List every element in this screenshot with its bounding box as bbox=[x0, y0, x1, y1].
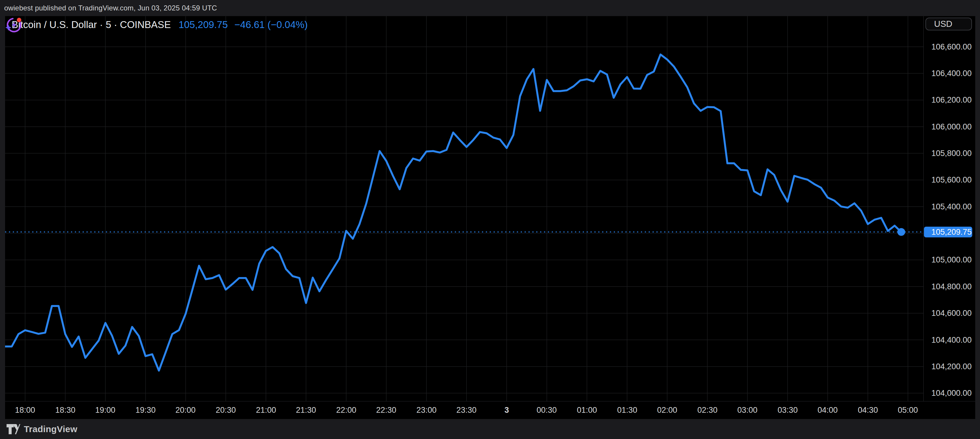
attribution-bar: owiebest published on TradingView.com, J… bbox=[0, 0, 980, 16]
gridlines bbox=[5, 16, 923, 401]
time-tick-label: 23:30 bbox=[456, 406, 477, 415]
price-tick-label: 104,800.00 bbox=[931, 282, 972, 291]
price-tick-label: 104,600.00 bbox=[931, 309, 972, 317]
price-chart-svg bbox=[5, 16, 923, 401]
price-tick-label: 105,400.00 bbox=[931, 202, 972, 211]
time-tick-label: 3 bbox=[504, 406, 509, 415]
time-tick-label: 21:30 bbox=[296, 406, 316, 415]
spark-boost-icon[interactable] bbox=[5, 16, 22, 33]
tradingview-logo-icon[interactable] bbox=[6, 424, 20, 434]
notification-dot bbox=[17, 18, 21, 22]
price-tick-label: 105,800.00 bbox=[931, 149, 972, 157]
time-tick-label: 04:00 bbox=[818, 406, 838, 415]
price-tick-label: 106,600.00 bbox=[931, 43, 972, 51]
time-tick-label: 21:00 bbox=[256, 406, 276, 415]
time-tick-label: 02:00 bbox=[657, 406, 677, 415]
attribution-text: owiebest published on TradingView.com, J… bbox=[4, 4, 217, 12]
symbol-header: Bitcoin / U.S. Dollar · 5 · COINBASE 105… bbox=[12, 19, 308, 30]
time-tick-label: 01:00 bbox=[577, 406, 597, 415]
price-tick-label: 104,200.00 bbox=[931, 363, 972, 371]
price-axis[interactable]: USD 105,209.75 106,600.00106,400.00106,2… bbox=[923, 16, 975, 401]
price-tick-label: 104,000.00 bbox=[931, 389, 972, 397]
time-tick-label: 05:00 bbox=[898, 406, 918, 415]
time-tick-label: 19:30 bbox=[135, 406, 156, 415]
price-tick-label: 105,600.00 bbox=[931, 176, 972, 184]
chart-canvas[interactable]: Bitcoin / U.S. Dollar · 5 · COINBASE 105… bbox=[5, 16, 923, 401]
lightning-bolt-icon bbox=[12, 21, 16, 29]
price-tick-label: 106,200.00 bbox=[931, 96, 972, 104]
time-tick-label: 19:00 bbox=[95, 406, 115, 415]
symbol-last-price: 105,209.75 bbox=[179, 19, 228, 30]
time-tick-label: 02:30 bbox=[697, 406, 718, 415]
currency-label: USD bbox=[934, 19, 952, 29]
price-tick-label: 104,400.00 bbox=[931, 336, 972, 344]
last-price-badge-value: 105,209.75 bbox=[931, 227, 972, 237]
time-tick-label: 00:30 bbox=[536, 406, 557, 415]
currency-toggle-button[interactable]: USD bbox=[926, 17, 972, 30]
price-line-series bbox=[5, 54, 901, 371]
time-tick-label: 20:30 bbox=[216, 406, 236, 415]
time-tick-label: 22:00 bbox=[336, 406, 356, 415]
last-price-dot bbox=[897, 228, 905, 236]
time-tick-label: 01:30 bbox=[617, 406, 637, 415]
time-tick-label: 18:30 bbox=[55, 406, 75, 415]
time-tick-label: 23:00 bbox=[416, 406, 437, 415]
symbol-change: −46.61 (−0.04%) bbox=[234, 19, 308, 30]
price-tick-label: 106,000.00 bbox=[931, 122, 972, 131]
time-tick-label: 18:00 bbox=[15, 406, 35, 415]
time-tick-label: 22:30 bbox=[376, 406, 396, 415]
time-tick-label: 03:00 bbox=[737, 406, 757, 415]
tradingview-published-chart: owiebest published on TradingView.com, J… bbox=[0, 0, 980, 439]
time-tick-label: 20:00 bbox=[175, 406, 196, 415]
symbol-title: Bitcoin / U.S. Dollar · 5 · COINBASE bbox=[12, 19, 171, 30]
last-price-badge: 105,209.75 bbox=[924, 227, 972, 237]
time-tick-label: 03:30 bbox=[778, 406, 798, 415]
brand-bar: TradingView bbox=[0, 419, 980, 439]
price-tick-label: 106,400.00 bbox=[931, 69, 972, 78]
price-tick-label: 105,000.00 bbox=[931, 256, 972, 264]
time-tick-label: 04:30 bbox=[858, 406, 878, 415]
brand-name[interactable]: TradingView bbox=[24, 424, 77, 434]
time-axis[interactable]: 18:0018:3019:0019:3020:0020:3021:0021:30… bbox=[5, 401, 975, 419]
